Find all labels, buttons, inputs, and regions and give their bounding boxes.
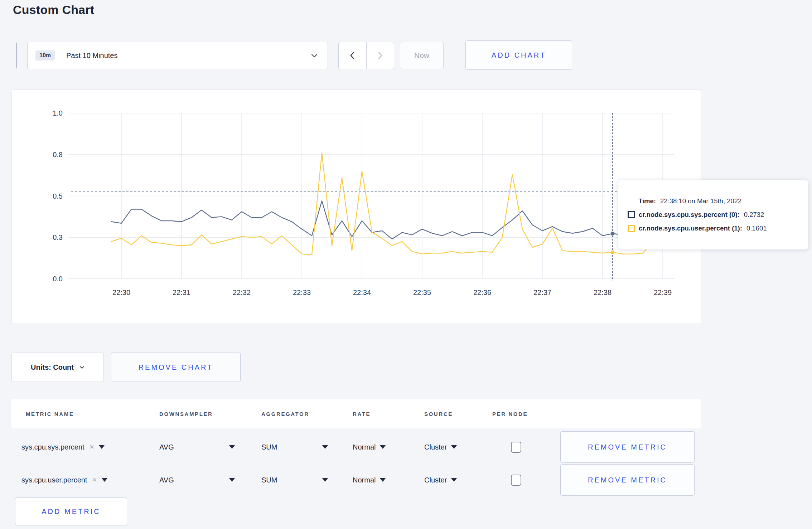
tooltip-series-row: cr.node.sys.cpu.sys.percent (0): 0.2732 <box>628 211 808 219</box>
chart-card: 0.00.30.50.81.022:3022:3122:3222:3322:34… <box>11 89 701 324</box>
caret-down-icon[interactable] <box>99 445 105 449</box>
tooltip-time-value: 22:38:10 on Mar 15th, 2022 <box>660 197 741 205</box>
toolbar-divider <box>16 43 17 68</box>
chevron-right-icon <box>378 52 383 59</box>
time-pager <box>338 42 394 69</box>
downsampler-value[interactable]: AVG <box>159 443 174 451</box>
add-metric-button[interactable]: ADD METRIC <box>15 498 127 525</box>
tooltip-user-value: 0.1601 <box>746 224 767 232</box>
header-per-node: PER NODE <box>492 411 528 417</box>
caret-down-icon[interactable] <box>322 445 328 449</box>
tooltip-time-row: Time: 22:38:10 on Mar 15th, 2022 <box>638 197 808 205</box>
tooltip-sys-label: cr.node.sys.cpu.sys.percent (0): <box>639 211 740 219</box>
caret-down-icon[interactable] <box>380 445 386 449</box>
tooltip-user-label: cr.node.sys.cpu.user.percent (1): <box>639 224 742 232</box>
downsampler-value[interactable]: AVG <box>159 476 174 484</box>
svg-text:0.5: 0.5 <box>53 192 63 200</box>
header-aggregator: AGGREGATOR <box>261 411 309 417</box>
header-rate: RATE <box>353 411 371 417</box>
time-range-label: Past 10 Minutes <box>66 52 117 60</box>
svg-text:22:36: 22:36 <box>473 288 491 296</box>
svg-text:22:37: 22:37 <box>533 288 551 296</box>
svg-text:22:31: 22:31 <box>173 288 190 296</box>
svg-text:0.8: 0.8 <box>53 151 63 159</box>
svg-text:0.0: 0.0 <box>53 275 63 283</box>
sys-series-swatch-icon <box>628 211 635 218</box>
per-node-checkbox[interactable] <box>511 475 521 486</box>
units-select[interactable]: Units: Count <box>11 353 104 382</box>
metrics-table-header: METRIC NAME DOWNSAMPLER AGGREGATOR RATE … <box>11 399 701 428</box>
per-node-checkbox[interactable] <box>511 442 521 453</box>
chevron-down-icon <box>311 54 318 58</box>
now-button[interactable]: Now <box>400 42 444 69</box>
caret-down-icon[interactable] <box>229 478 235 482</box>
rate-value[interactable]: Normal <box>353 476 376 484</box>
caret-down-icon[interactable] <box>451 445 457 449</box>
metric-name-value: sys.cpu.sys.percent <box>21 443 84 451</box>
remove-metric-button[interactable]: REMOVE METRIC <box>560 464 695 496</box>
aggregator-value[interactable]: SUM <box>261 443 277 451</box>
caret-down-icon[interactable] <box>229 445 235 449</box>
time-range-select[interactable]: 10m Past 10 Minutes <box>27 42 328 69</box>
svg-text:22:30: 22:30 <box>112 288 130 296</box>
svg-text:22:32: 22:32 <box>233 288 251 296</box>
header-source: SOURCE <box>424 411 453 417</box>
metric-row: sys.cpu.user.percent × AVG SUM Normal Cl… <box>11 464 701 496</box>
remove-metric-button[interactable]: REMOVE METRIC <box>560 431 695 463</box>
clear-metric-icon[interactable]: × <box>92 475 97 485</box>
svg-text:22:34: 22:34 <box>353 288 371 296</box>
source-value[interactable]: Cluster <box>424 476 447 484</box>
cpu-chart-svg[interactable]: 0.00.30.50.81.022:3022:3122:3222:3322:34… <box>12 90 701 324</box>
svg-text:22:33: 22:33 <box>293 288 311 296</box>
chevron-down-icon <box>79 366 84 369</box>
svg-text:0.3: 0.3 <box>53 233 63 241</box>
prev-interval-button[interactable] <box>339 42 367 69</box>
svg-text:1.0: 1.0 <box>53 109 63 117</box>
header-metric-name: METRIC NAME <box>26 411 74 417</box>
svg-text:22:35: 22:35 <box>413 288 431 296</box>
metric-row: sys.cpu.sys.percent × AVG SUM Normal Clu… <box>11 431 701 464</box>
chevron-left-icon <box>350 52 355 59</box>
svg-text:22:39: 22:39 <box>654 288 672 296</box>
rate-value[interactable]: Normal <box>353 443 376 451</box>
custom-chart-page: Custom Chart 10m Past 10 Minutes Now ADD… <box>0 0 812 529</box>
tooltip-time-label: Time: <box>638 197 656 205</box>
tooltip-series-row: cr.node.sys.cpu.user.percent (1): 0.1601 <box>628 224 808 232</box>
caret-down-icon[interactable] <box>451 478 457 482</box>
remove-chart-button[interactable]: REMOVE CHART <box>111 353 241 382</box>
caret-down-icon[interactable] <box>322 478 328 482</box>
chart-tooltip: Time: 22:38:10 on Mar 15th, 2022 cr.node… <box>618 180 808 249</box>
user-series-swatch-icon <box>628 225 635 232</box>
add-chart-button[interactable]: ADD CHART <box>465 40 572 70</box>
metric-name-value: sys.cpu.user.percent <box>21 476 87 484</box>
header-downsampler: DOWNSAMPLER <box>159 411 213 417</box>
source-value[interactable]: Cluster <box>424 443 447 451</box>
page-title: Custom Chart <box>13 3 94 17</box>
caret-down-icon[interactable] <box>102 478 107 482</box>
caret-down-icon[interactable] <box>380 478 386 482</box>
aggregator-value[interactable]: SUM <box>261 476 277 484</box>
time-range-badge: 10m <box>35 50 55 60</box>
tooltip-sys-value: 0.2732 <box>744 211 764 219</box>
next-interval-button[interactable] <box>367 42 394 69</box>
svg-text:22:38: 22:38 <box>594 288 612 296</box>
clear-metric-icon[interactable]: × <box>90 442 94 452</box>
units-select-label: Units: Count <box>31 363 74 372</box>
